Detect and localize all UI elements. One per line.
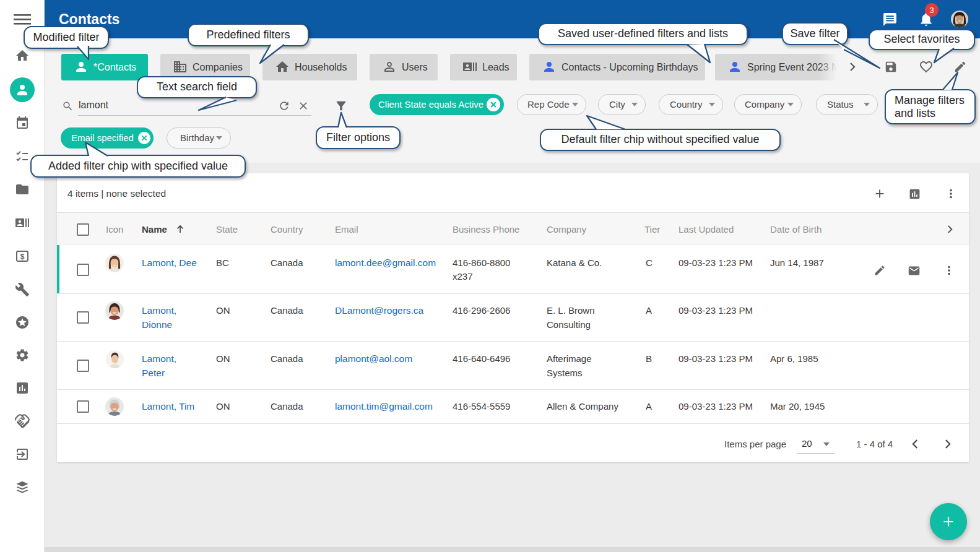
svg-text:$: $: [20, 252, 25, 261]
